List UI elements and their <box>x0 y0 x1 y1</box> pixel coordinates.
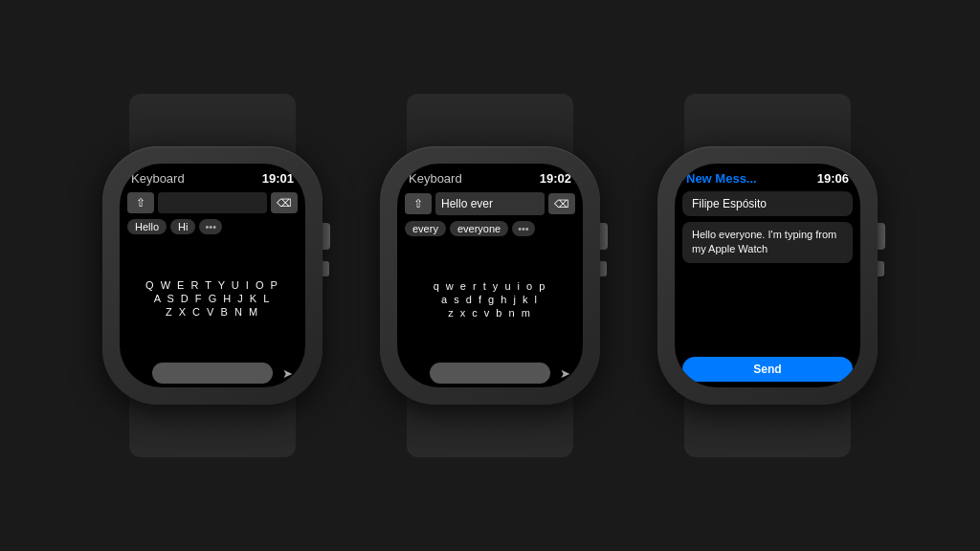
watch-button-1 <box>323 261 329 276</box>
key-row-1-3: Z X C V B N M <box>123 306 301 318</box>
key-row-text-1-2: A S D F G H J K L <box>154 293 272 304</box>
text-input-2[interactable]: Hello ever <box>435 192 545 215</box>
key-row-2-3: z x c v b n m <box>401 307 579 319</box>
screen2-bottom-bar: ☺ ➤ <box>397 359 583 387</box>
watch-screen-1: Keyboard 19:01 ⇧ ⌫ Hello Hi ••• Q W E R … <box>120 164 305 387</box>
emoji-button-1[interactable]: ☺ <box>127 363 148 384</box>
watch-crown-3 <box>878 223 885 250</box>
screen1-time: 19:01 <box>262 171 294 186</box>
watch-crown-2 <box>600 223 608 250</box>
watch-screen-2: Keyboard 19:02 ⇧ Hello ever ⌫ every ever… <box>397 164 583 387</box>
watch-body-1: Keyboard 19:01 ⇧ ⌫ Hello Hi ••• Q W E R … <box>102 146 323 405</box>
watch-button-3 <box>878 261 884 276</box>
send-button-1[interactable]: ➤ <box>277 363 298 384</box>
message-area-3: Filipe Espósito Hello everyone. I'm typi… <box>675 191 860 351</box>
screen1-input-bar: ⇧ ⌫ <box>120 189 305 216</box>
screen3-title: New Mess... <box>686 171 757 186</box>
watch-body-2: Keyboard 19:02 ⇧ Hello ever ⌫ every ever… <box>380 146 600 405</box>
keyboard-2: q w e r t y u i o p a s d f g h j k l z … <box>397 239 583 359</box>
watch-3: New Mess... 19:06 Filipe Espósito Hello … <box>657 146 878 405</box>
suggestion-every[interactable]: every <box>405 221 446 236</box>
watch-1: Keyboard 19:01 ⇧ ⌫ Hello Hi ••• Q W E R … <box>102 146 323 405</box>
text-input-1[interactable] <box>158 192 267 213</box>
more-suggestions-1[interactable]: ••• <box>199 219 222 234</box>
key-row-2-2: a s d f g h j k l <box>401 294 579 305</box>
watch-button-2 <box>600 261 607 276</box>
key-row-text-2-1: q w e r t y u i o p <box>434 280 547 292</box>
send-button-2[interactable]: ➤ <box>554 363 575 384</box>
keyboard-1: Q W E R T Y U I O P A S D F G H J K L Z … <box>120 237 305 359</box>
space-bar-2[interactable] <box>430 363 550 384</box>
key-row-text-1-1: Q W E R T Y U I O P <box>145 279 279 291</box>
suggestion-everyone[interactable]: everyone <box>450 221 508 236</box>
watch-crown-1 <box>323 223 330 250</box>
key-row-2-1: q w e r t y u i o p <box>401 280 579 292</box>
key-row-1-2: A S D F G H J K L <box>123 293 301 304</box>
emoji-button-2[interactable]: ☺ <box>405 363 426 384</box>
recipient-box: Filipe Espósito <box>682 191 853 216</box>
suggestion-hi[interactable]: Hi <box>170 219 195 234</box>
watch-body-3: New Mess... 19:06 Filipe Espósito Hello … <box>657 146 878 405</box>
send-button-3[interactable]: Send <box>682 357 853 382</box>
screen1-title: Keyboard <box>131 171 185 186</box>
screen3-time: 19:06 <box>817 171 849 186</box>
space-bar-1[interactable] <box>152 363 273 384</box>
shift-button-2[interactable]: ⇧ <box>405 193 432 214</box>
screen1-header: Keyboard 19:01 <box>120 164 305 189</box>
key-row-1-1: Q W E R T Y U I O P <box>123 279 301 291</box>
send-area-3: Send <box>675 351 860 387</box>
screen2-input-bar: ⇧ Hello ever ⌫ <box>397 189 583 218</box>
shift-button-1[interactable]: ⇧ <box>127 192 154 213</box>
message-box: Hello everyone. I'm typing from my Apple… <box>682 222 853 263</box>
screen2-header: Keyboard 19:02 <box>397 164 583 189</box>
screen3-header: New Mess... 19:06 <box>675 164 860 191</box>
suggestion-hello[interactable]: Hello <box>127 219 167 234</box>
watch-screen-3: New Mess... 19:06 Filipe Espósito Hello … <box>675 164 860 387</box>
key-row-text-2-2: a s d f g h j k l <box>441 294 539 305</box>
delete-button-2[interactable]: ⌫ <box>548 193 575 214</box>
more-suggestions-2[interactable]: ••• <box>512 221 535 236</box>
delete-button-1[interactable]: ⌫ <box>271 192 298 213</box>
watch-2: Keyboard 19:02 ⇧ Hello ever ⌫ every ever… <box>380 146 600 405</box>
screen2-suggestions: every everyone ••• <box>397 218 583 239</box>
screen1-suggestions: Hello Hi ••• <box>120 216 305 237</box>
screen2-title: Keyboard <box>409 171 462 186</box>
screen1-bottom-bar: ☺ ➤ <box>120 359 305 387</box>
key-row-text-1-3: Z X C V B N M <box>166 306 259 318</box>
key-row-text-2-3: z x c v b n m <box>448 307 532 319</box>
screen2-time: 19:02 <box>540 171 571 186</box>
